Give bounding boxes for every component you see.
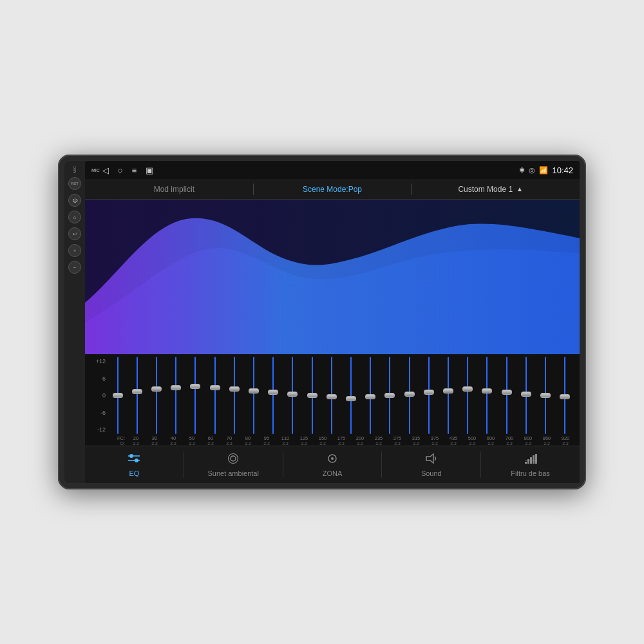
- slider-thumb-175[interactable]: [327, 394, 337, 399]
- slider-thumb-60[interactable]: [190, 384, 200, 389]
- freq-label-col-375: 3752.2: [426, 435, 444, 446]
- home-button[interactable]: ⌂: [68, 211, 81, 223]
- tab-ambient[interactable]: Sunet ambiental: [184, 446, 283, 483]
- back-nav-icon[interactable]: ◁: [102, 166, 109, 175]
- svg-rect-14: [535, 454, 537, 464]
- tab-zona-label: ZONA: [323, 469, 343, 477]
- slider-track-20: [117, 357, 118, 434]
- slider-col-80[interactable]: [225, 357, 243, 434]
- slider-col-200[interactable]: [341, 357, 360, 434]
- freq-label-col-235: 2352.2: [370, 435, 388, 446]
- slider-track-435: [448, 357, 449, 434]
- slider-col-315[interactable]: [400, 357, 419, 434]
- slider-thumb-700[interactable]: [502, 390, 512, 395]
- tab-sound[interactable]: Sound: [382, 446, 480, 483]
- slider-thumb-375[interactable]: [424, 390, 434, 395]
- svg-point-4: [135, 459, 138, 462]
- slider-col-70[interactable]: [205, 357, 224, 434]
- status-right: ✱ ◎ 📶 10:42: [519, 166, 573, 175]
- location-icon: ◎: [529, 166, 535, 175]
- svg-point-6: [229, 453, 238, 463]
- slider-col-40[interactable]: [147, 357, 166, 434]
- freq-label-col-20: 202.2: [127, 435, 145, 446]
- home-nav-icon[interactable]: ○: [118, 166, 123, 175]
- status-time: 10:42: [552, 166, 573, 175]
- slider-thumb-235[interactable]: [365, 394, 375, 399]
- slider-thumb-50[interactable]: [171, 385, 181, 390]
- slider-col-50[interactable]: [167, 357, 185, 434]
- slider-thumb-30[interactable]: [132, 389, 142, 394]
- slider-thumb-600[interactable]: [482, 388, 492, 393]
- slider-col-500[interactable]: [459, 357, 477, 434]
- slider-col-125[interactable]: [283, 357, 302, 434]
- freq-label-col-500: 5002.2: [463, 435, 481, 446]
- tab-eq[interactable]: EQ: [85, 446, 184, 483]
- rst-button[interactable]: RST: [68, 177, 81, 190]
- vol-up-button[interactable]: +: [68, 244, 81, 257]
- tab-bass[interactable]: Filtru de bas: [481, 446, 580, 483]
- slider-thumb-200[interactable]: [346, 396, 356, 401]
- mode-bar: Mod implicit Scene Mode:Pop Custom Mode …: [85, 179, 580, 200]
- slider-col-60[interactable]: [186, 357, 205, 434]
- slider-thumb-20[interactable]: [113, 393, 123, 398]
- slider-col-920[interactable]: [556, 357, 574, 434]
- slider-thumb-40[interactable]: [151, 386, 162, 392]
- slider-col-275[interactable]: [381, 357, 399, 434]
- slider-thumb-315[interactable]: [404, 392, 415, 397]
- svg-marker-9: [426, 454, 433, 463]
- slider-col-235[interactable]: [361, 357, 380, 434]
- mode-right[interactable]: Custom Mode 1 ▲: [412, 185, 569, 194]
- power-button[interactable]: ⏻: [68, 194, 81, 207]
- freq-label-col-700: 7002.2: [500, 435, 518, 446]
- slider-track-920: [564, 357, 565, 434]
- slider-thumb-150[interactable]: [307, 393, 317, 398]
- slider-thumb-860[interactable]: [540, 393, 551, 398]
- freq-q-125: 2.2: [301, 441, 307, 446]
- slider-thumb-125[interactable]: [287, 392, 298, 397]
- freq-q-200: 2.2: [357, 441, 363, 446]
- recent-nav-icon[interactable]: ▣: [146, 166, 153, 175]
- freq-label-col-175: 1752.2: [332, 435, 350, 446]
- back-button[interactable]: ↩: [68, 227, 81, 240]
- mode-center[interactable]: Scene Mode:Pop: [254, 185, 412, 194]
- slider-thumb-435[interactable]: [443, 388, 453, 393]
- freq-fc-70: 70: [227, 435, 232, 441]
- tab-zona[interactable]: ZONA: [283, 446, 382, 483]
- freq-q-700: 2.2: [506, 441, 513, 446]
- slider-col-95[interactable]: [244, 357, 263, 434]
- slider-track-70: [214, 357, 216, 434]
- freq-q-30: 2.2: [151, 441, 158, 446]
- slider-col-110[interactable]: [264, 357, 283, 434]
- freq-label-col-800: 8002.2: [519, 435, 537, 446]
- slider-thumb-275[interactable]: [384, 393, 395, 398]
- slider-col-175[interactable]: [322, 357, 341, 434]
- slider-col-800[interactable]: [516, 357, 535, 434]
- eq-icon: [127, 453, 141, 468]
- slider-thumb-70[interactable]: [210, 385, 220, 390]
- mode-left[interactable]: Mod implicit: [95, 185, 253, 194]
- mic-status: MIC: [91, 168, 100, 173]
- freq-q-235: 2.2: [375, 441, 382, 446]
- slider-col-375[interactable]: [419, 357, 438, 434]
- slider-col-600[interactable]: [478, 357, 497, 434]
- slider-thumb-800[interactable]: [521, 392, 531, 397]
- mode-left-text: Mod implicit: [154, 185, 194, 194]
- menu-nav-icon[interactable]: ≡: [132, 166, 137, 175]
- bluetooth-icon: ✱: [519, 166, 525, 175]
- slider-col-435[interactable]: [439, 357, 457, 434]
- svg-rect-13: [533, 455, 535, 464]
- status-bar: MIC ◁ ○ ≡ ▣ ✱ ◎ 📶 10:42: [85, 161, 580, 179]
- slider-thumb-500[interactable]: [462, 386, 473, 392]
- slider-col-700[interactable]: [497, 357, 516, 434]
- slider-thumb-920[interactable]: [560, 394, 570, 399]
- freq-fc-200: 200: [356, 435, 365, 441]
- slider-thumb-110[interactable]: [268, 390, 278, 395]
- freq-fc-600: 600: [487, 435, 495, 441]
- slider-thumb-95[interactable]: [249, 388, 259, 393]
- slider-thumb-80[interactable]: [229, 386, 240, 392]
- slider-col-150[interactable]: [303, 357, 321, 434]
- slider-col-30[interactable]: [128, 357, 146, 434]
- vol-down-button[interactable]: −: [68, 261, 81, 274]
- slider-col-860[interactable]: [536, 357, 554, 434]
- slider-col-20[interactable]: [108, 357, 127, 434]
